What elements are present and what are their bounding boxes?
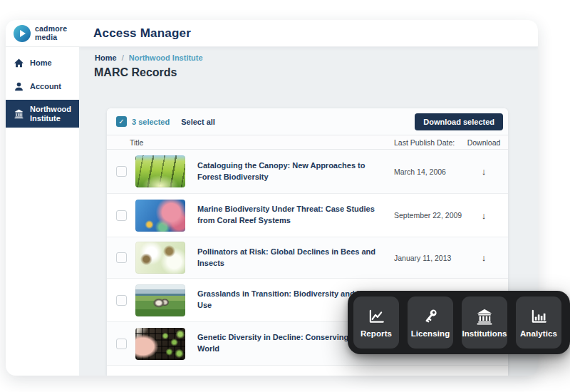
download-icon[interactable]: ↓ xyxy=(465,210,508,221)
toolbar-reports-button[interactable]: Reports xyxy=(353,296,399,349)
logo[interactable]: cadmore media xyxy=(6,20,79,47)
selected-count: 3 selected xyxy=(132,118,170,126)
record-title: Cataloguing the Canopy: New Approaches t… xyxy=(197,160,385,183)
quick-nav-toolbar: Reports Licensing xyxy=(348,291,570,354)
sidebar-item-account[interactable]: Account xyxy=(6,76,79,97)
sidebar-item-label: Account xyxy=(30,82,61,91)
cadmore-media-logo-icon xyxy=(14,25,31,42)
record-title: Pollinators at Risk: Global Declines in … xyxy=(197,247,385,269)
column-header-download: Download xyxy=(465,138,508,147)
record-publish-date: January 11, 2013 xyxy=(394,254,465,262)
record-title: Marine Biodiversity Under Threat: Case S… xyxy=(197,204,385,227)
column-header-date: Last Publish Date: xyxy=(394,138,465,147)
breadcrumb: Home / Northwood Institute xyxy=(95,53,203,62)
sidebar: cadmore media Home Account xyxy=(6,20,79,376)
breadcrumb-separator: / xyxy=(122,53,124,62)
institution-icon xyxy=(14,108,24,119)
breadcrumb-current: Northwood Institute xyxy=(129,53,203,62)
row-checkbox[interactable] xyxy=(116,339,127,349)
row-checkbox[interactable] xyxy=(116,210,127,221)
select-all-link[interactable]: Select all xyxy=(181,118,215,126)
screenshot-stage: Access Manager cadmore media Home xyxy=(0,0,570,392)
key-icon xyxy=(421,307,440,326)
record-publish-date: March 14, 2006 xyxy=(394,167,465,176)
logo-line1: cadmore xyxy=(35,24,67,33)
table-row[interactable]: Cataloguing the Canopy: New Approaches t… xyxy=(107,150,508,194)
table-column-headers: Title Last Publish Date: Download xyxy=(107,135,508,150)
sidebar-item-home[interactable]: Home xyxy=(6,53,79,73)
toolbar-institutions-button[interactable]: Institutions xyxy=(462,296,507,349)
app-title: Access Manager xyxy=(93,26,191,41)
toolbar-label: Analytics xyxy=(520,329,557,338)
grassland-zebras-thumbnail xyxy=(135,284,185,316)
toolbar-label: Institutions xyxy=(462,329,507,338)
bees-flowers-thumbnail xyxy=(135,242,185,274)
seedlings-hand-thumbnail xyxy=(135,328,185,360)
institution-icon xyxy=(475,307,494,326)
sidebar-item-label: Northwood Institute xyxy=(30,105,79,123)
sidebar-nav: Home Account xyxy=(6,47,79,128)
logo-line2: media xyxy=(35,33,57,41)
row-checkbox[interactable] xyxy=(116,252,127,263)
select-all-checkbox[interactable]: ✓ xyxy=(116,116,127,127)
logo-text: cadmore media xyxy=(35,25,67,41)
column-header-title: Title xyxy=(130,138,394,147)
table-row-partial xyxy=(107,366,508,376)
record-publish-date: September 22, 2009 xyxy=(394,211,465,220)
download-icon[interactable]: ↓ xyxy=(465,166,508,177)
forest-canopy-thumbnail xyxy=(135,155,185,187)
sidebar-item-northwood-institute[interactable]: Northwood Institute xyxy=(6,100,79,128)
breadcrumb-home-link[interactable]: Home xyxy=(95,53,117,62)
coral-reef-thumbnail xyxy=(135,200,185,232)
bar-chart-icon xyxy=(529,307,548,326)
download-icon[interactable]: ↓ xyxy=(465,252,508,263)
row-checkbox[interactable] xyxy=(116,166,127,177)
home-icon xyxy=(14,58,24,68)
top-header: Access Manager xyxy=(79,20,538,47)
toolbar-label: Reports xyxy=(361,329,392,338)
toolbar-analytics-button[interactable]: Analytics xyxy=(516,296,561,349)
page-title: MARC Records xyxy=(94,66,177,79)
toolbar-licensing-button[interactable]: Licensing xyxy=(408,296,453,349)
row-checkbox[interactable] xyxy=(116,295,127,306)
download-selected-button[interactable]: Download selected xyxy=(415,113,503,130)
table-row[interactable]: Marine Biodiversity Under Threat: Case S… xyxy=(107,194,508,237)
person-icon xyxy=(14,81,24,92)
selection-bar: ✓ 3 selected Select all Download selecte… xyxy=(107,108,508,135)
toolbar-label: Licensing xyxy=(411,329,450,338)
sidebar-item-label: Home xyxy=(30,58,52,68)
line-chart-icon xyxy=(367,307,385,326)
table-row[interactable]: Pollinators at Risk: Global Declines in … xyxy=(107,237,508,279)
